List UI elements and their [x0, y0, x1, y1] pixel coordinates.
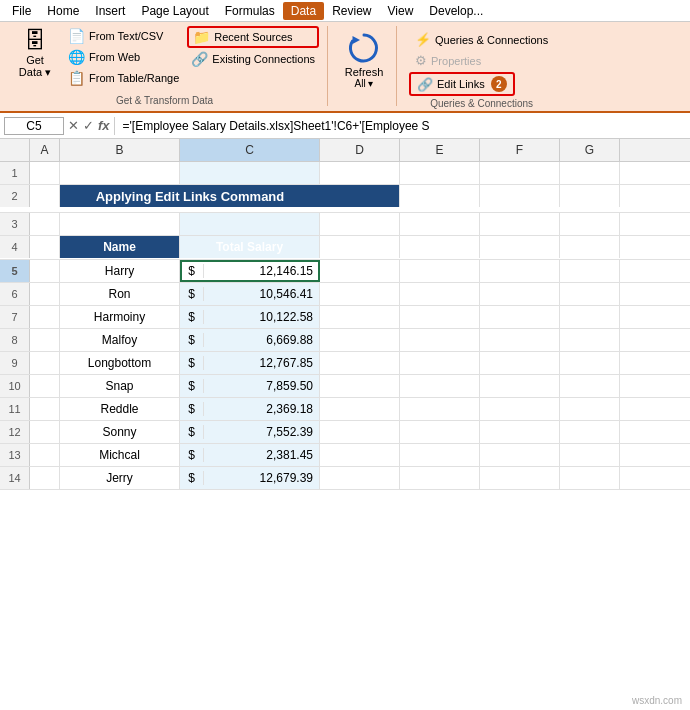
- cell-f6[interactable]: [480, 283, 560, 305]
- cell-a2[interactable]: [30, 185, 60, 207]
- cell-g12[interactable]: [560, 421, 620, 443]
- cell-a9[interactable]: [30, 352, 60, 374]
- col-header-a[interactable]: A: [30, 139, 60, 161]
- cell-c7[interactable]: $ 10,122.58: [180, 306, 320, 328]
- col-header-e[interactable]: E: [400, 139, 480, 161]
- get-data-button[interactable]: 🗄 GetData ▾: [10, 26, 60, 83]
- cell-b13[interactable]: Michcal: [60, 444, 180, 466]
- cell-g10[interactable]: [560, 375, 620, 397]
- cell-d10[interactable]: [320, 375, 400, 397]
- cell-b7[interactable]: Harmoiny: [60, 306, 180, 328]
- menu-page-layout[interactable]: Page Layout: [133, 2, 216, 20]
- cell-e4[interactable]: [400, 236, 480, 258]
- cell-g9[interactable]: [560, 352, 620, 374]
- cell-c11[interactable]: $ 2,369.18: [180, 398, 320, 420]
- cell-g6[interactable]: [560, 283, 620, 305]
- cell-g13[interactable]: [560, 444, 620, 466]
- menu-develop[interactable]: Develop...: [421, 2, 491, 20]
- cell-b2-title[interactable]: Applying Edit Links Command: [60, 185, 320, 207]
- cell-g11[interactable]: [560, 398, 620, 420]
- cell-f14[interactable]: [480, 467, 560, 489]
- cell-c9[interactable]: $ 12,767.85: [180, 352, 320, 374]
- cell-f9[interactable]: [480, 352, 560, 374]
- cell-g7[interactable]: [560, 306, 620, 328]
- cell-b10[interactable]: Snap: [60, 375, 180, 397]
- col-header-f[interactable]: F: [480, 139, 560, 161]
- cell-g1[interactable]: [560, 162, 620, 184]
- cell-c13[interactable]: $ 2,381.45: [180, 444, 320, 466]
- col-header-b[interactable]: B: [60, 139, 180, 161]
- existing-connections-button[interactable]: 🔗 Existing Connections: [187, 49, 319, 69]
- properties-button[interactable]: ⚙ Properties: [409, 51, 487, 70]
- confirm-formula-icon[interactable]: ✓: [83, 118, 94, 133]
- cell-f2[interactable]: [480, 185, 560, 207]
- cell-f8[interactable]: [480, 329, 560, 351]
- cell-f10[interactable]: [480, 375, 560, 397]
- cell-a14[interactable]: [30, 467, 60, 489]
- cell-f12[interactable]: [480, 421, 560, 443]
- from-table-range-button[interactable]: 📋 From Table/Range: [64, 68, 183, 88]
- cell-b6[interactable]: Ron: [60, 283, 180, 305]
- cell-a4[interactable]: [30, 236, 60, 258]
- menu-home[interactable]: Home: [39, 2, 87, 20]
- cell-b5[interactable]: Harry: [60, 260, 180, 282]
- cell-e5[interactable]: [400, 260, 480, 282]
- from-text-csv-button[interactable]: 📄 From Text/CSV: [64, 26, 183, 46]
- col-header-d[interactable]: D: [320, 139, 400, 161]
- cell-a6[interactable]: [30, 283, 60, 305]
- cell-e6[interactable]: [400, 283, 480, 305]
- menu-review[interactable]: Review: [324, 2, 379, 20]
- cell-d12[interactable]: [320, 421, 400, 443]
- recent-sources-button[interactable]: 📁 Recent Sources: [187, 26, 319, 48]
- cell-f11[interactable]: [480, 398, 560, 420]
- cell-b4-header[interactable]: Name: [60, 236, 180, 258]
- cell-a10[interactable]: [30, 375, 60, 397]
- refresh-button[interactable]: Refresh All ▾: [344, 30, 384, 89]
- queries-connections-button[interactable]: ⚡ Queries & Connections: [409, 30, 554, 49]
- cell-f5[interactable]: [480, 260, 560, 282]
- cell-a5[interactable]: [30, 260, 60, 282]
- cell-e12[interactable]: [400, 421, 480, 443]
- cell-a7[interactable]: [30, 306, 60, 328]
- cell-c1[interactable]: [180, 162, 320, 184]
- cell-a1[interactable]: [30, 162, 60, 184]
- cell-g5[interactable]: [560, 260, 620, 282]
- cell-d1[interactable]: [320, 162, 400, 184]
- cell-c14[interactable]: $ 12,679.39: [180, 467, 320, 489]
- cell-c5[interactable]: $ 12,146.15: [180, 260, 320, 282]
- col-header-c[interactable]: C: [180, 139, 320, 161]
- cell-c8[interactable]: $ 6,669.88: [180, 329, 320, 351]
- col-header-g[interactable]: G: [560, 139, 620, 161]
- cell-c12[interactable]: $ 7,552.39: [180, 421, 320, 443]
- cell-b11[interactable]: Reddle: [60, 398, 180, 420]
- cell-d2[interactable]: [320, 185, 400, 207]
- cell-reference-box[interactable]: [4, 117, 64, 135]
- cell-f4[interactable]: [480, 236, 560, 258]
- insert-function-icon[interactable]: fx: [98, 118, 110, 133]
- cell-f13[interactable]: [480, 444, 560, 466]
- from-web-button[interactable]: 🌐 From Web: [64, 47, 183, 67]
- menu-formulas[interactable]: Formulas: [217, 2, 283, 20]
- cell-e10[interactable]: [400, 375, 480, 397]
- cell-g3[interactable]: [560, 213, 620, 235]
- cell-e3[interactable]: [400, 213, 480, 235]
- cell-b12[interactable]: Sonny: [60, 421, 180, 443]
- cell-d3[interactable]: [320, 213, 400, 235]
- cell-c10[interactable]: $ 7,859.50: [180, 375, 320, 397]
- cell-c3[interactable]: [180, 213, 320, 235]
- cell-a12[interactable]: [30, 421, 60, 443]
- cell-b9[interactable]: Longbottom: [60, 352, 180, 374]
- cell-e8[interactable]: [400, 329, 480, 351]
- cell-e14[interactable]: [400, 467, 480, 489]
- cell-d5[interactable]: [320, 260, 400, 282]
- cell-d11[interactable]: [320, 398, 400, 420]
- cell-b8[interactable]: Malfoy: [60, 329, 180, 351]
- cell-d14[interactable]: [320, 467, 400, 489]
- menu-file[interactable]: File: [4, 2, 39, 20]
- cell-d4[interactable]: [320, 236, 400, 258]
- cell-g4[interactable]: [560, 236, 620, 258]
- cell-e13[interactable]: [400, 444, 480, 466]
- cell-b1[interactable]: [60, 162, 180, 184]
- cancel-formula-icon[interactable]: ✕: [68, 118, 79, 133]
- cell-g2[interactable]: [560, 185, 620, 207]
